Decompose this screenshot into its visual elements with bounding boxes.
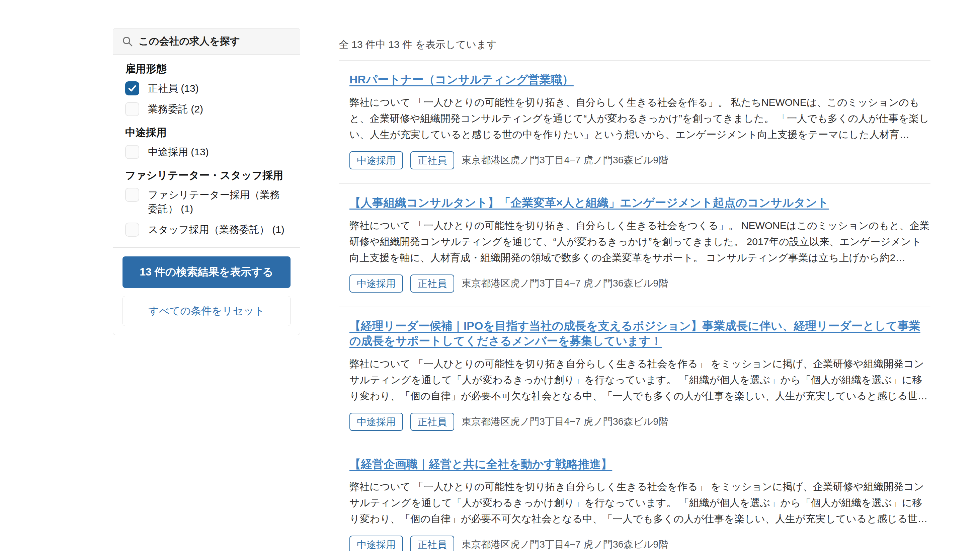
filter-option-label: ファシリテーター採用（業務委託） (1) (148, 188, 288, 216)
filter-section-heading: ファシリテーター・スタッフ採用 (125, 168, 288, 182)
filter-list: 雇用形態 正社員 (13) 業務委託 (2) 中途採用 中途採用 (13) ファ… (113, 54, 300, 247)
job-address: 東京都港区虎ノ門3丁目4−7 虎ノ門36森ビル9階 (461, 277, 668, 290)
job-description: 弊社について 「一人ひとりの可能性を切り拓き、自分らしく生きる社会をつくる」。 … (349, 218, 931, 266)
filter-option-gyoumu-itaku[interactable]: 業務委託 (2) (125, 99, 288, 119)
job-description: 弊社について 「一人ひとりの可能性を切り拓き自分らしく生きる社会を作る」 をミッ… (349, 356, 931, 404)
show-results-button[interactable]: 13 件の検索結果を表示する (123, 256, 291, 288)
checkbox-unchecked-icon[interactable] (125, 102, 139, 116)
filter-option-facilitator[interactable]: ファシリテーター採用（業務委託） (1) (125, 185, 288, 219)
checkbox-checked-icon[interactable] (125, 81, 139, 96)
job-meta: 中途採用 正社員 東京都港区虎ノ門3丁目4−7 虎ノ門36森ビル9階 (349, 536, 931, 551)
job-address: 東京都港区虎ノ門3丁目4−7 虎ノ門36森ビル9階 (461, 154, 668, 167)
job-listing: HRパートナー（コンサルティング営業職） 弊社について 「一人ひとりの可能性を切… (339, 60, 931, 184)
job-meta: 中途採用 正社員 東京都港区虎ノ門3丁目4−7 虎ノ門36森ビル9階 (349, 413, 931, 431)
tag-chuto-saiyo[interactable]: 中途採用 (349, 151, 403, 169)
job-meta: 中途採用 正社員 東京都港区虎ノ門3丁目4−7 虎ノ門36森ビル9階 (349, 151, 931, 169)
job-title-link[interactable]: 【人事組織コンサルタント】「企業変革×人と組織」エンゲージメント起点のコンサルタ… (349, 196, 829, 209)
filter-sidebar: この会社の求人を探す 雇用形態 正社員 (13) 業務委託 (2) 中途採用 中… (113, 28, 300, 335)
tag-seishain[interactable]: 正社員 (410, 536, 454, 551)
filter-option-label: 正社員 (13) (148, 81, 199, 96)
job-results: 全 13 件中 13 件 を表示しています HRパートナー（コンサルティング営業… (339, 0, 931, 551)
job-title-link[interactable]: 【経営企画職｜経営と共に全社を動かす戦略推進】 (349, 458, 612, 470)
tag-chuto-saiyo[interactable]: 中途採用 (349, 413, 403, 431)
job-title-link[interactable]: HRパートナー（コンサルティング営業職） (349, 73, 574, 86)
tag-chuto-saiyo[interactable]: 中途採用 (349, 274, 403, 293)
job-listing: 【経営企画職｜経営と共に全社を動かす戦略推進】 弊社について 「一人ひとりの可能… (339, 445, 931, 551)
job-listing: 【経理リーダー候補｜IPOを目指す当社の成長を支えるポジション】事業成長に伴い、… (339, 307, 931, 445)
job-address: 東京都港区虎ノ門3丁目4−7 虎ノ門36森ビル9階 (461, 538, 668, 551)
checkbox-unchecked-icon[interactable] (125, 223, 139, 237)
filter-option-label: スタッフ採用（業務委託） (1) (148, 223, 285, 237)
tag-seishain[interactable]: 正社員 (410, 274, 454, 293)
checkbox-unchecked-icon[interactable] (125, 188, 139, 202)
filter-option-staff[interactable]: スタッフ採用（業務委託） (1) (125, 219, 288, 240)
filter-option-chuto-saiyo[interactable]: 中途採用 (13) (125, 142, 288, 162)
job-listing: 【人事組織コンサルタント】「企業変革×人と組織」エンゲージメント起点のコンサルタ… (339, 184, 931, 307)
filter-option-seishain[interactable]: 正社員 (13) (125, 78, 288, 99)
filter-option-label: 業務委託 (2) (148, 102, 203, 116)
filter-section-heading: 中途採用 (125, 126, 288, 140)
reset-filters-button[interactable]: すべての条件をリセット (123, 296, 291, 326)
filter-section-heading: 雇用形態 (125, 62, 288, 76)
job-address: 東京都港区虎ノ門3丁目4−7 虎ノ門36森ビル9階 (461, 415, 668, 428)
search-icon (122, 36, 133, 47)
job-meta: 中途採用 正社員 東京都港区虎ノ門3丁目4−7 虎ノ門36森ビル9階 (349, 274, 931, 293)
checkbox-unchecked-icon[interactable] (125, 145, 139, 159)
job-description: 弊社について 「一人ひとりの可能性を切り拓き自分らしく生きる社会を作る」 をミッ… (349, 479, 931, 527)
job-search-page: この会社の求人を探す 雇用形態 正社員 (13) 業務委託 (2) 中途採用 中… (0, 0, 980, 551)
tag-chuto-saiyo[interactable]: 中途採用 (349, 536, 403, 551)
company-job-search[interactable]: この会社の求人を探す (113, 29, 300, 54)
filter-option-label: 中途採用 (13) (148, 145, 209, 159)
job-title-link[interactable]: 【経理リーダー候補｜IPOを目指す当社の成長を支えるポジション】事業成長に伴い、… (349, 319, 920, 347)
tag-seishain[interactable]: 正社員 (410, 413, 454, 431)
tag-seishain[interactable]: 正社員 (410, 151, 454, 169)
filter-actions: 13 件の検索結果を表示する すべての条件をリセット (113, 247, 300, 335)
job-description: 弊社について 「一人ひとりの可能性を切り拓き、自分らしく生きる社会を作る」。 私… (349, 94, 931, 143)
results-summary: 全 13 件中 13 件 を表示しています (339, 0, 931, 51)
search-label: この会社の求人を探す (138, 35, 240, 48)
